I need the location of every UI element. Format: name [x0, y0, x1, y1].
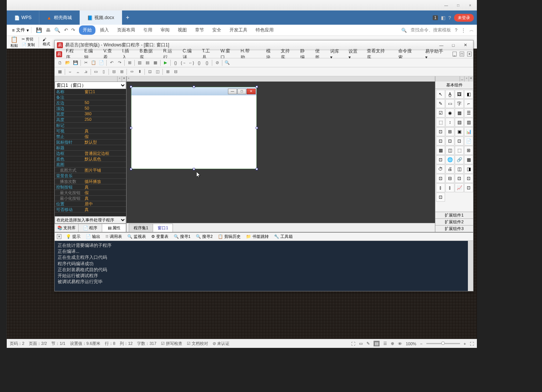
tb-al5-icon[interactable]: ▭	[92, 68, 100, 76]
component-item-20[interactable]: ⊡	[436, 137, 445, 146]
tb-find-icon[interactable]: 🔍	[223, 59, 231, 67]
tb-open-icon[interactable]: 📂	[64, 59, 71, 67]
component-item-42[interactable]: 📈	[455, 183, 464, 192]
ribbon-security[interactable]: 安全	[208, 25, 225, 35]
resize-handle-e[interactable]	[256, 127, 258, 129]
form-designer[interactable]: — □ ✕	[127, 82, 435, 223]
tb-undo-icon[interactable]: ↶	[108, 59, 115, 67]
prop-value[interactable]	[83, 123, 126, 128]
fit-icon[interactable]: ⛶	[470, 342, 474, 346]
tb-al9-icon[interactable]: ⬄	[128, 68, 136, 76]
outtab-search2[interactable]: 🔍搜寻2	[194, 233, 215, 240]
prop-row[interactable]: 标题	[55, 145, 126, 151]
tb-al4-icon[interactable]: ⫡	[82, 68, 89, 76]
tb-al3-icon[interactable]: ⫠	[74, 68, 82, 76]
close-button[interactable]: ×	[465, 2, 475, 9]
component-item-8[interactable]: ☑	[436, 108, 445, 117]
ribbon-pagelayout[interactable]: 页面布局	[113, 25, 139, 35]
component-item-1[interactable]: A̲	[445, 90, 454, 99]
view-read-icon[interactable]: ▭	[359, 341, 363, 346]
print-icon[interactable]: 🖶	[46, 27, 51, 33]
prop-value[interactable]: 假	[83, 134, 126, 139]
status-words[interactable]: 字数：317	[137, 341, 156, 346]
prop-value[interactable]	[83, 145, 126, 150]
component-item-24[interactable]: ▦	[436, 146, 445, 155]
tb-al8-icon[interactable]: ⊞	[118, 68, 125, 76]
tb-al14-icon[interactable]: ⊟	[172, 68, 179, 76]
prop-value[interactable]: 真	[83, 207, 126, 212]
component-item-31[interactable]: ▦	[464, 155, 473, 164]
prop-value[interactable]: 普通固定边框	[83, 151, 126, 156]
prop-value[interactable]: 默认型	[83, 140, 126, 145]
prop-value[interactable]: 真	[83, 128, 126, 134]
component-item-7[interactable]: ⌐	[464, 99, 473, 108]
zoom-in-button[interactable]: +	[464, 342, 466, 346]
prop-value[interactable]: 图片平铺	[83, 168, 126, 173]
component-item-3[interactable]: ◧	[464, 90, 473, 99]
mdi-close-icon[interactable]: ×	[467, 52, 472, 56]
prop-value[interactable]: 50	[83, 100, 126, 105]
view-fullscreen-icon[interactable]: ⛶	[351, 342, 355, 346]
view-outline-icon[interactable]: ☰	[383, 341, 387, 346]
tab-document[interactable]: 📘视频.docx	[80, 10, 122, 25]
component-item-36[interactable]: ⊡	[436, 174, 445, 183]
tab-wps[interactable]: 📄WPS	[7, 10, 39, 25]
lefttab-supportlib[interactable]: 📚支持库	[55, 224, 79, 232]
component-item-39[interactable]: ⊡	[464, 174, 473, 183]
lefttab-property[interactable]: ▤属性	[102, 224, 126, 232]
ribbon-view[interactable]: 视图	[174, 25, 191, 35]
format-painter-button[interactable]: 🖌格式	[43, 37, 50, 47]
property-grid[interactable]: 名称窗口1备注左边50顶边50宽度380高度250标记可视真禁止假鼠标指针默认型…	[55, 89, 126, 216]
view-web-icon[interactable]: ⊕	[391, 341, 394, 346]
outtab-clip[interactable]: 📋剪辑历史	[216, 233, 243, 240]
tb-al13-icon[interactable]: ⊞	[164, 68, 171, 76]
skin-icon[interactable]: ◧	[441, 15, 445, 21]
tb-al10-icon[interactable]: ⬍	[136, 68, 143, 76]
new-tab-button[interactable]: +	[122, 10, 133, 25]
status-spell[interactable]: ☑ 拼写检查	[161, 341, 182, 346]
component-item-13[interactable]: ↕	[445, 118, 454, 127]
prop-value[interactable]: 循环播放	[83, 179, 126, 184]
tb-step5-icon[interactable]: {}	[203, 59, 211, 67]
tb-tabord-icon[interactable]: ⊞	[126, 59, 133, 67]
output-scrollbar[interactable]	[468, 241, 473, 291]
more-icon[interactable]: ⋮	[461, 28, 466, 33]
lefttab-program[interactable]: 📄程序	[79, 224, 103, 232]
prop-row[interactable]: 背景音乐	[55, 173, 126, 179]
tab-window1[interactable]: 窗口1	[153, 224, 173, 232]
zoom-out-button[interactable]: −	[420, 342, 422, 346]
collapse-ribbon-icon[interactable]: ︿	[469, 27, 474, 33]
prop-value[interactable]	[83, 162, 126, 167]
tb-step3-icon[interactable]: ←}	[188, 59, 195, 67]
prop-row[interactable]: 鼠标指针默认型	[55, 140, 126, 145]
component-item-5[interactable]: ▭	[445, 99, 454, 108]
object-select[interactable]: 窗口1（窗口）	[55, 82, 126, 89]
view-eye-icon[interactable]: 👁	[398, 342, 402, 346]
mdi-min-icon[interactable]: _	[453, 52, 457, 56]
prop-row[interactable]: 底色默认底色	[55, 156, 126, 162]
prop-row[interactable]: 备注	[55, 95, 126, 100]
mdi-max-icon[interactable]: □	[460, 52, 464, 56]
resize-handle-n[interactable]	[193, 86, 195, 88]
paste-icon[interactable]: 📋	[10, 36, 18, 43]
design-form[interactable]: — □ ✕	[131, 87, 257, 169]
copy-button[interactable]: 📄 复制	[22, 42, 35, 48]
tb-copy-icon[interactable]: 📋	[90, 59, 97, 67]
tb-cut-icon[interactable]: ✂	[82, 59, 89, 67]
tb-al6-icon[interactable]: ▯	[100, 68, 107, 76]
component-item-28[interactable]: ⊡	[436, 155, 445, 164]
component-item-33[interactable]: 🖨	[445, 165, 454, 174]
component-item-19[interactable]: 📊	[464, 127, 473, 136]
component-item-38[interactable]: ⊡	[455, 174, 464, 183]
exttab-1[interactable]: 扩展组件1	[435, 212, 473, 218]
prop-value[interactable]	[83, 173, 126, 178]
prop-row[interactable]: 禁止假	[55, 134, 126, 140]
search-placeholder[interactable]: 查找命令、搜索模板	[411, 27, 451, 33]
component-item-17[interactable]: ⊞	[445, 127, 454, 136]
component-item-35[interactable]: ◨	[464, 165, 473, 174]
panel-pin-icon[interactable]: ▫	[117, 76, 122, 82]
component-item-12[interactable]: ⬚	[436, 118, 445, 127]
zoom-thumb[interactable]	[441, 342, 445, 345]
component-item-37[interactable]: ⊟	[445, 174, 454, 183]
resize-handle-se[interactable]	[256, 168, 258, 170]
